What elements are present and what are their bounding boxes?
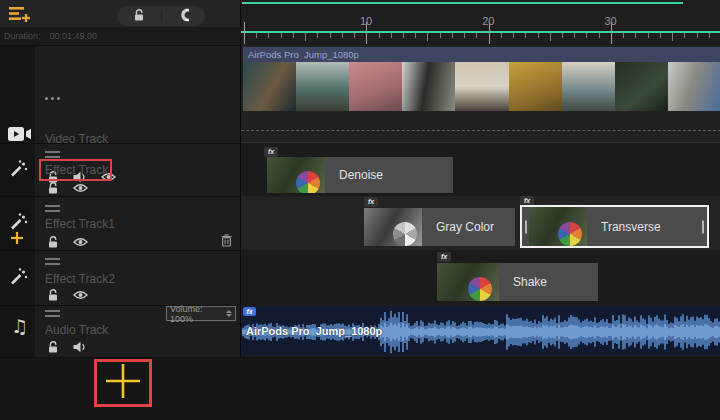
ruler-tick	[281, 33, 282, 38]
track-header-effect[interactable]: Effect Track	[0, 143, 240, 196]
ruler-tick	[440, 33, 441, 38]
ruler-mark: 10	[360, 15, 372, 27]
fx-badge: fx	[437, 252, 451, 262]
delete-track-icon[interactable]	[221, 234, 232, 247]
lock-icon[interactable]	[47, 235, 59, 249]
eye-icon[interactable]	[73, 183, 88, 193]
effect-clip-label: Transverse	[601, 220, 661, 234]
ruler-tick	[452, 33, 453, 38]
ruler-tick	[391, 33, 392, 38]
lock-icon[interactable]	[47, 181, 59, 195]
ruler-tick	[415, 33, 416, 38]
effect-clip-label: Gray Color	[436, 220, 494, 234]
fx-badge: fx	[243, 307, 256, 316]
effect-clip-shake[interactable]: Shake	[437, 263, 598, 301]
ruler-tick	[244, 22, 245, 44]
fx-badge: fx	[264, 147, 278, 157]
ruler-tick	[550, 33, 551, 41]
duration-label: Duration:	[4, 31, 41, 41]
ruler-tick	[513, 33, 514, 38]
add-track-icon	[8, 10, 32, 27]
audio-clip-title: AirPods Pro Jump_1080p	[246, 325, 382, 337]
effect-thumbnail	[529, 207, 587, 246]
ruler-tick	[293, 33, 294, 38]
film-frame	[349, 62, 402, 111]
film-frame	[509, 62, 562, 111]
film-frame	[615, 62, 668, 111]
drag-handle-icon[interactable]	[45, 205, 60, 212]
effect-clip-gray-color[interactable]: Gray Color	[364, 208, 515, 246]
ruler-mark: 20	[482, 15, 494, 27]
ruler-tick	[330, 33, 331, 38]
effect-thumbnail	[267, 157, 325, 193]
drag-handle-icon[interactable]	[45, 151, 60, 158]
ruler-tick	[672, 33, 673, 41]
film-frame	[296, 62, 349, 111]
film-frame	[402, 62, 455, 111]
lock-icon[interactable]	[47, 340, 59, 354]
lock-track-button[interactable]	[117, 6, 161, 26]
track-label-audio: Audio Track	[45, 323, 108, 337]
spinner-arrows-icon	[226, 310, 232, 317]
trim-handle-right[interactable]	[702, 220, 704, 233]
audio-clip[interactable]: fx AirPods Pro Jump_1080p	[241, 306, 720, 356]
volume-dropdown[interactable]: Volume: 100%	[166, 306, 236, 321]
plus-icon	[104, 362, 142, 404]
track-header-effect1[interactable]: Effect Track1	[0, 196, 240, 250]
filmstrip	[243, 62, 720, 111]
timeline-toolbar	[0, 0, 240, 27]
ruler-tick	[574, 33, 575, 38]
drag-handle-icon[interactable]	[45, 310, 60, 317]
ruler-tick	[464, 33, 465, 38]
effect-clip-label: Denoise	[339, 168, 383, 182]
drag-handle-icon[interactable]	[45, 97, 48, 100]
track-label-effect: Effect Track	[45, 163, 108, 177]
effect-clip-transverse[interactable]: Transverse	[520, 205, 709, 248]
film-frame	[562, 62, 615, 111]
track-header-video[interactable]: Video Track	[0, 45, 240, 143]
ruler-tick	[684, 33, 685, 38]
ruler-tick	[354, 33, 355, 38]
volume-value: Volume: 100%	[170, 304, 226, 324]
track-label-effect2: Effect Track2	[45, 272, 115, 286]
film-frame	[455, 62, 508, 111]
track-header-effect2[interactable]: Effect Track2	[0, 250, 240, 305]
effect-track-icon	[8, 159, 28, 183]
eye-icon[interactable]	[73, 237, 88, 247]
ruler-tick	[403, 33, 404, 38]
eye-icon[interactable]	[73, 290, 88, 300]
track-divider	[241, 142, 720, 143]
ruler-tick	[697, 33, 698, 38]
fx-badge: fx	[364, 197, 378, 207]
manage-tracks-button[interactable]	[8, 5, 32, 24]
effect-thumbnail	[364, 208, 422, 246]
ruler-tick	[709, 33, 710, 38]
ruler-tick	[562, 33, 563, 38]
ruler-tick	[342, 33, 343, 38]
ruler-tick	[525, 33, 526, 38]
add-effect-track-icon[interactable]	[10, 231, 24, 249]
ruler-tick	[305, 33, 306, 41]
effect-clip-label: Shake	[513, 275, 547, 289]
speaker-icon[interactable]	[73, 341, 87, 353]
drag-handle-icon[interactable]	[45, 258, 60, 265]
duration-row: Duration: 00:01:49.00	[0, 27, 240, 45]
ruler-tick	[379, 33, 380, 38]
time-ruler[interactable]: 102030	[241, 0, 720, 45]
lock-icon[interactable]	[47, 288, 59, 302]
video-clip[interactable]: AirPods Pro Jump_1080p	[243, 47, 720, 111]
lock-icon	[133, 8, 145, 25]
audio-track-icon: ♫	[11, 317, 28, 336]
duration-value: 00:01:49.00	[50, 31, 98, 41]
effect-track-icon	[8, 267, 28, 291]
magnet-icon	[175, 7, 191, 26]
trim-handle-left[interactable]	[525, 220, 527, 233]
ruler-tick	[256, 33, 257, 38]
ruler-tick	[268, 33, 269, 38]
snap-magnet-button[interactable]	[162, 6, 206, 26]
add-track-plus-button[interactable]	[94, 359, 152, 407]
effect-clip-denoise[interactable]: Denoise	[267, 157, 453, 193]
ruler-tick	[476, 33, 477, 38]
toolbar-button-group	[117, 6, 205, 26]
ruler-tick	[586, 33, 587, 38]
